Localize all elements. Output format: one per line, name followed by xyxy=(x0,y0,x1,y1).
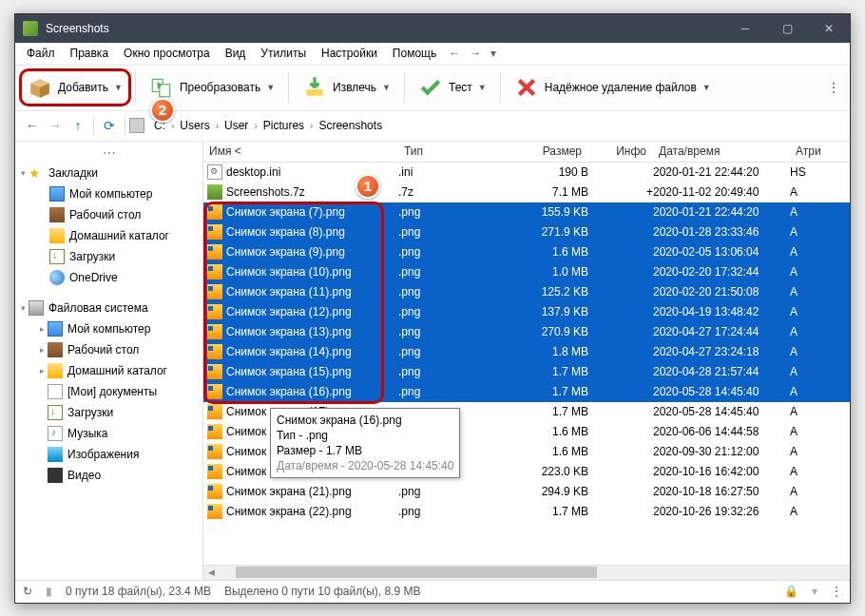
crumb-4[interactable]: Screenshots xyxy=(317,117,384,134)
file-name: Снимок экрана (9).png xyxy=(226,245,345,259)
crumb-3[interactable]: Pictures xyxy=(261,117,306,134)
sidebar-fs-header[interactable]: ▾ Файловая система xyxy=(15,298,202,318)
column-headers: Имя < Тип Размер Инфо Дата/время Атри xyxy=(203,142,850,163)
file-name: Снимок экрана (8).png xyxy=(226,225,345,239)
col-attr[interactable]: Атри xyxy=(790,142,850,162)
test-button[interactable]: Тест ▼ xyxy=(409,68,496,106)
file-row[interactable]: Снимок экрана (14).png.png1.8 MB2020-04-… xyxy=(203,342,850,362)
file-attr: A xyxy=(790,185,850,199)
nav-up[interactable]: ↑ xyxy=(67,114,89,137)
app-icon xyxy=(23,21,38,36)
extract-button[interactable]: Извлечь ▼ xyxy=(293,68,400,106)
file-row[interactable]: Снимок экрана (8).png.png271.9 KB2020-01… xyxy=(203,222,850,242)
item-label: Мой компьютер xyxy=(67,322,150,336)
item-icon xyxy=(48,342,63,357)
refresh-button[interactable]: ⟳ xyxy=(98,114,121,137)
crumb-2[interactable]: User xyxy=(222,117,250,134)
sidebar-fs-item[interactable]: Изображения xyxy=(15,444,202,465)
file-icon xyxy=(207,464,222,479)
file-size: 1.0 MB xyxy=(493,265,588,279)
status-refresh-icon[interactable]: ↻ xyxy=(23,585,32,598)
sidebar-fs-item[interactable]: [Мои] документы xyxy=(15,381,202,402)
file-row[interactable]: Снимок экрана (9).png.png1.6 MB2020-02-0… xyxy=(203,242,850,262)
maximize-button[interactable]: ▢ xyxy=(766,14,808,43)
sidebar-bookmark-item[interactable]: OneDrive xyxy=(15,267,202,288)
status-more-icon[interactable]: ⋮ xyxy=(831,585,842,598)
menu-edit[interactable]: Правка xyxy=(63,45,117,62)
nav-forward[interactable]: → xyxy=(44,114,67,137)
file-attr: A xyxy=(790,365,850,378)
file-row[interactable]: desktop.ini.ini190 B2020-01-21 22:44:20H… xyxy=(203,163,850,183)
item-label: Загрузки xyxy=(69,250,115,263)
file-row[interactable]: Снимок экрана (16).png.png1.7 MB2020-05-… xyxy=(203,382,850,402)
menu-file[interactable]: Файл xyxy=(19,45,63,62)
sidebar-bookmark-item[interactable]: Мой компьютер xyxy=(15,183,202,204)
file-date: 2020-04-28 21:57:44 xyxy=(653,365,790,378)
sidebar-bookmark-item[interactable]: Загрузки xyxy=(15,246,202,267)
chevron-icon: › xyxy=(167,121,178,131)
star-icon xyxy=(29,165,44,181)
file-row[interactable]: Снимок экрана (7).png.png155.9 KB2020-01… xyxy=(203,202,850,222)
close-button[interactable]: ✕ xyxy=(808,14,850,43)
sidebar-fs-item[interactable]: Видео xyxy=(15,465,202,486)
menu-arrow-drop[interactable]: ▾ xyxy=(486,45,501,62)
sidebar-bookmark-item[interactable]: Домашний каталог xyxy=(15,225,202,246)
file-row[interactable]: Снимок экрана (12).png.png137.9 KB2020-0… xyxy=(203,302,850,322)
file-date: 2020-02-05 13:06:04 xyxy=(653,245,790,259)
sidebar-bookmarks-header[interactable]: ▾ Закладки xyxy=(15,163,202,183)
sidebar-bookmark-item[interactable]: Рабочий стол xyxy=(15,204,202,225)
minimize-button[interactable]: ─ xyxy=(724,14,766,43)
toolbar-overflow[interactable]: ⋮ xyxy=(821,74,846,101)
menu-arrow-right[interactable]: → xyxy=(465,45,486,62)
col-name[interactable]: Имя < xyxy=(203,142,398,162)
crumb-1[interactable]: Users xyxy=(178,117,211,134)
status-stop-icon[interactable]: ▮ xyxy=(46,585,52,598)
menu-view[interactable]: Вид xyxy=(218,45,254,62)
menu-arrow-left[interactable]: ← xyxy=(444,45,465,62)
filter-icon[interactable]: ▾ xyxy=(812,585,817,598)
sidebar-more[interactable]: ⋯ xyxy=(15,144,202,163)
annotation-badge-2: 2 xyxy=(150,98,175,123)
svg-rect-1 xyxy=(160,85,170,97)
horizontal-scrollbar[interactable]: ◀ xyxy=(203,565,850,580)
lock-icon[interactable]: 🔒 xyxy=(784,585,798,598)
menu-view-window[interactable]: Окно просмотра xyxy=(116,45,218,62)
sidebar-fs-item[interactable]: ▸Домашний каталог xyxy=(15,360,202,381)
menu-help[interactable]: Помощь xyxy=(385,45,444,62)
file-icon xyxy=(207,224,222,240)
item-label: Домашний каталог xyxy=(69,229,169,242)
menu-utils[interactable]: Утилиты xyxy=(253,45,314,62)
file-row[interactable]: Снимок экрана (21).png.png294.9 KB2020-1… xyxy=(203,482,850,502)
col-info[interactable]: Инфо xyxy=(588,142,653,162)
file-row[interactable]: Снимок экрана (15).png.png1.7 MB2020-04-… xyxy=(203,362,850,382)
box-icon xyxy=(28,75,52,100)
menu-settings[interactable]: Настройки xyxy=(314,45,385,62)
col-date[interactable]: Дата/время xyxy=(653,142,790,162)
item-label: Музыка xyxy=(67,427,107,440)
scrollbar-thumb[interactable] xyxy=(236,567,597,578)
col-type[interactable]: Тип xyxy=(398,142,493,162)
file-date: 2020-06-06 14:44:58 xyxy=(653,425,790,438)
file-row[interactable]: Снимок экрана (10).png.png1.0 MB2020-02-… xyxy=(203,262,850,282)
file-icon xyxy=(207,384,222,399)
file-date: 2020-10-18 16:27:50 xyxy=(653,485,790,498)
file-date: 2020-05-28 14:45:40 xyxy=(653,405,790,418)
breadcrumb[interactable]: C:› Users› User› Pictures› Screenshots xyxy=(148,117,388,134)
secure-delete-button[interactable]: Надёжное удаление файлов ▼ xyxy=(505,68,721,106)
file-attr: A xyxy=(790,465,850,478)
sidebar-fs-item[interactable]: ▸Рабочий стол xyxy=(15,339,202,360)
nav-back[interactable]: ← xyxy=(21,114,44,137)
body: ⋯ ▾ Закладки Мой компьютерРабочий столДо… xyxy=(15,142,850,580)
file-row[interactable]: Screenshots.7z.7z7.1 MB+2020-11-02 20:49… xyxy=(203,183,850,202)
item-icon xyxy=(49,228,65,243)
file-row[interactable]: Снимок экрана (11).png.png125.2 KB2020-0… xyxy=(203,282,850,302)
col-size[interactable]: Размер xyxy=(493,142,588,162)
chevron-down-icon: ▼ xyxy=(702,83,711,92)
file-row[interactable]: Снимок экрана (13).png.png270.9 KB2020-0… xyxy=(203,322,850,342)
file-row[interactable]: Снимок экрана (22).png.png1.7 MB2020-10-… xyxy=(203,502,850,522)
tooltip: Снимок экрана (16).png Тип - .png Размер… xyxy=(270,408,460,479)
sidebar-fs-item[interactable]: Загрузки xyxy=(15,402,202,423)
add-button[interactable]: Добавить ▼ xyxy=(19,68,131,106)
sidebar-fs-item[interactable]: ▸Мой компьютер xyxy=(15,318,202,339)
sidebar-fs-item[interactable]: Музыка xyxy=(15,423,202,444)
